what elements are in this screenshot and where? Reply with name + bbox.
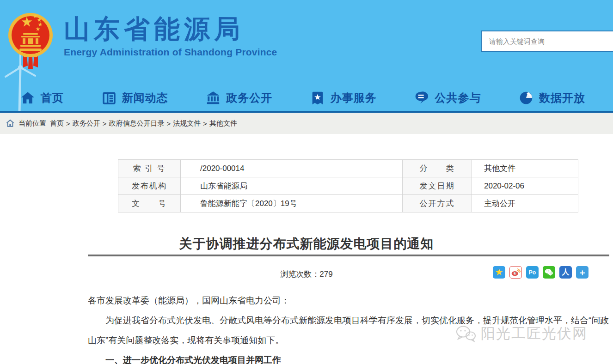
meta-label-doc-no: 文 号	[118, 195, 181, 212]
meta-label-issue-date: 发文日期	[403, 177, 472, 195]
national-emblem-icon	[7, 9, 54, 71]
nav-label: 首页	[41, 91, 64, 105]
page: 山东省能源局 Energy Administration of Shandong…	[0, 0, 613, 364]
nav-item-gov-disclosure[interactable]: 政务公开	[206, 91, 272, 105]
qzone-star-icon: ★	[495, 267, 503, 277]
share-sina-weibo-button[interactable]	[509, 266, 522, 279]
nav-label: 办事服务	[331, 91, 377, 105]
nav-item-home[interactable]: 首页	[20, 91, 64, 105]
breadcrumb-item-home[interactable]: 首页	[50, 119, 64, 128]
breadcrumb-separator: >	[203, 120, 207, 127]
breadcrumb-item-gov-disclosure[interactable]: 政务公开	[73, 119, 100, 128]
meta-value-open-mode: 主动公开	[472, 195, 578, 212]
nav-item-services[interactable]: 办事服务	[310, 91, 377, 105]
chat-bubbles-icon	[414, 91, 429, 105]
nav-item-open-data[interactable]: 数据开放	[519, 91, 585, 105]
view-count-value: 279	[319, 270, 332, 279]
news-icon	[102, 91, 116, 105]
article-section-heading: 一、进一步优化分布式光伏发电项目并网工作	[88, 350, 611, 364]
site-name: 山东省能源局	[64, 16, 277, 43]
breadcrumb-home-icon	[6, 119, 15, 128]
meta-value-issuer: 山东省能源局	[181, 177, 403, 195]
table-row: 文 号 鲁能源新能字〔2020〕19号 公开方式 主动公开	[118, 195, 578, 212]
wechat-icon	[544, 267, 554, 277]
doc-meta-table: 索 引 号 /2020-00014 分 类 其他文件 发布机构 山东省能源局 发…	[118, 159, 578, 212]
breadcrumb-item-regulations[interactable]: 法规文件	[173, 119, 201, 128]
meta-label-open-mode: 公开方式	[403, 195, 472, 212]
government-building-icon	[206, 91, 221, 105]
meta-label-issuer: 发布机构	[118, 177, 181, 195]
view-count-label: 浏览次数：	[280, 270, 319, 279]
meta-value-doc-no: 鲁能源新能字〔2020〕19号	[181, 195, 403, 212]
sina-weibo-icon	[511, 267, 521, 277]
nav-item-news[interactable]: 新闻动态	[102, 91, 168, 105]
service-badge-icon	[310, 91, 325, 105]
nav-item-participation[interactable]: 公共参与	[414, 91, 481, 105]
breadcrumb: 当前位置 首页 > 政务公开 > 政府信息公开目录 > 法规文件 > 其他文件	[0, 113, 613, 134]
home-icon	[20, 91, 35, 105]
article-salutation: 各市发展改革委（能源局），国网山东省电力公司：	[88, 291, 611, 310]
breadcrumb-separator: >	[66, 120, 70, 127]
nav-label: 新闻动态	[122, 91, 168, 105]
article-body: 各市发展改革委（能源局），国网山东省电力公司： 为促进我省分布式光伏发电、分散式…	[88, 291, 611, 364]
breadcrumb-prefix: 当前位置	[18, 119, 46, 128]
meta-value-issue-date: 2020-02-06	[472, 177, 578, 195]
share-renren-button[interactable]: 人	[559, 266, 572, 279]
share-tencent-weibo-button[interactable]: Po	[526, 266, 539, 279]
breadcrumb-item-catalog[interactable]: 政府信息公开目录	[109, 119, 165, 128]
site-logo[interactable]: 山东省能源局 Energy Administration of Shandong…	[7, 9, 277, 71]
tencent-weibo-icon: Po	[529, 269, 536, 276]
brand-text: 山东省能源局 Energy Administration of Shandong…	[64, 9, 277, 58]
meta-label-index-no: 索 引 号	[118, 160, 181, 177]
renren-icon: 人	[562, 267, 570, 277]
share-bar: ★ Po	[493, 266, 588, 279]
plus-icon: ＋	[578, 267, 587, 279]
article-title: 关于协调推进分布式新能源发电项目的通知	[0, 235, 613, 253]
share-qzone-button[interactable]: ★	[493, 266, 505, 279]
table-row: 索 引 号 /2020-00014 分 类 其他文件	[118, 160, 578, 177]
article-paragraph: 为促进我省分布式光伏发电、分散式风电等分布式新能源发电项目科学有序发展，切实优化…	[88, 310, 611, 350]
meta-label-category: 分 类	[403, 160, 472, 177]
nav-label: 数据开放	[539, 91, 585, 105]
share-wechat-button[interactable]	[543, 266, 555, 279]
breadcrumb-item-other-docs[interactable]: 其他文件	[209, 119, 237, 128]
breadcrumb-separator: >	[103, 120, 107, 127]
site-header: 山东省能源局 Energy Administration of Shandong…	[0, 0, 613, 112]
meta-value-category: 其他文件	[472, 160, 578, 177]
share-more-button[interactable]: ＋	[576, 266, 588, 279]
search-input[interactable]	[481, 30, 613, 52]
pie-chart-icon	[519, 91, 533, 105]
breadcrumb-separator: >	[167, 120, 171, 127]
nav-label: 政务公开	[226, 91, 272, 105]
main-nav: 首页 新闻动态	[0, 85, 613, 111]
site-name-english: Energy Administration of Shandong Provin…	[64, 47, 277, 58]
meta-value-index-no: /2020-00014	[181, 160, 403, 177]
nav-label: 公共参与	[435, 91, 481, 105]
title-divider	[88, 255, 609, 256]
table-row: 发布机构 山东省能源局 发文日期 2020-02-06	[118, 177, 578, 195]
